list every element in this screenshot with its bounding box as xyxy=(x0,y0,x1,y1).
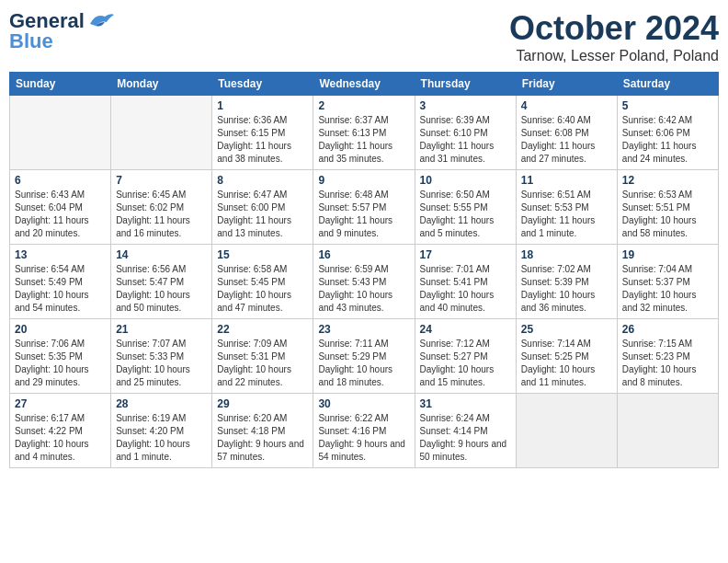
day-number: 7 xyxy=(116,174,207,187)
calendar-cell: 2Sunrise: 6:37 AM Sunset: 6:13 PM Daylig… xyxy=(313,96,415,170)
calendar-cell: 4Sunrise: 6:40 AM Sunset: 6:08 PM Daylig… xyxy=(516,96,617,170)
day-number: 30 xyxy=(318,397,409,410)
day-number: 20 xyxy=(15,323,106,336)
calendar-cell: 15Sunrise: 6:58 AM Sunset: 5:45 PM Dayli… xyxy=(212,245,313,319)
title-section: October 2024 Tarnow, Lesser Poland, Pola… xyxy=(509,9,719,64)
calendar-cell: 10Sunrise: 6:50 AM Sunset: 5:55 PM Dayli… xyxy=(415,170,516,245)
day-number: 31 xyxy=(420,397,511,410)
day-info: Sunrise: 6:24 AM Sunset: 4:14 PM Dayligh… xyxy=(420,412,511,464)
calendar-header-friday: Friday xyxy=(516,73,617,96)
calendar-cell: 5Sunrise: 6:42 AM Sunset: 6:06 PM Daylig… xyxy=(617,96,718,170)
day-number: 23 xyxy=(318,323,409,336)
calendar-header-sunday: Sunday xyxy=(10,73,111,96)
calendar-cell xyxy=(617,394,718,468)
calendar-cell: 14Sunrise: 6:56 AM Sunset: 5:47 PM Dayli… xyxy=(111,245,212,319)
day-number: 27 xyxy=(15,397,106,410)
day-number: 9 xyxy=(318,174,409,187)
day-number: 1 xyxy=(217,99,308,112)
day-number: 4 xyxy=(521,99,612,112)
calendar-week-1: 1Sunrise: 6:36 AM Sunset: 6:15 PM Daylig… xyxy=(10,96,719,170)
calendar-table: SundayMondayTuesdayWednesdayThursdayFrid… xyxy=(9,72,719,468)
calendar-cell: 26Sunrise: 7:15 AM Sunset: 5:23 PM Dayli… xyxy=(617,319,718,394)
day-info: Sunrise: 6:19 AM Sunset: 4:20 PM Dayligh… xyxy=(116,412,207,464)
calendar-cell: 6Sunrise: 6:43 AM Sunset: 6:04 PM Daylig… xyxy=(10,170,111,245)
day-number: 25 xyxy=(521,323,612,336)
day-number: 13 xyxy=(15,248,106,261)
logo: General Blue xyxy=(9,9,116,53)
day-number: 26 xyxy=(622,323,713,336)
logo-bird-icon xyxy=(86,11,116,31)
day-number: 3 xyxy=(420,99,511,112)
day-number: 10 xyxy=(420,174,511,187)
day-info: Sunrise: 7:04 AM Sunset: 5:37 PM Dayligh… xyxy=(622,263,713,315)
day-number: 6 xyxy=(15,174,106,187)
calendar-cell: 8Sunrise: 6:47 AM Sunset: 6:00 PM Daylig… xyxy=(212,170,313,245)
day-info: Sunrise: 6:51 AM Sunset: 5:53 PM Dayligh… xyxy=(521,189,612,240)
day-number: 2 xyxy=(318,99,409,112)
day-number: 29 xyxy=(217,397,308,410)
calendar-cell: 13Sunrise: 6:54 AM Sunset: 5:49 PM Dayli… xyxy=(10,245,111,319)
calendar-cell: 11Sunrise: 6:51 AM Sunset: 5:53 PM Dayli… xyxy=(516,170,617,245)
day-number: 18 xyxy=(521,248,612,261)
location: Tarnow, Lesser Poland, Poland xyxy=(509,48,719,64)
calendar-cell: 24Sunrise: 7:12 AM Sunset: 5:27 PM Dayli… xyxy=(415,319,516,394)
day-info: Sunrise: 7:07 AM Sunset: 5:33 PM Dayligh… xyxy=(116,338,207,389)
calendar-cell: 27Sunrise: 6:17 AM Sunset: 4:22 PM Dayli… xyxy=(10,394,111,468)
day-number: 15 xyxy=(217,248,308,261)
day-number: 21 xyxy=(116,323,207,336)
day-info: Sunrise: 6:42 AM Sunset: 6:06 PM Dayligh… xyxy=(622,114,713,166)
day-info: Sunrise: 6:37 AM Sunset: 6:13 PM Dayligh… xyxy=(318,114,409,166)
day-info: Sunrise: 6:54 AM Sunset: 5:49 PM Dayligh… xyxy=(15,263,106,315)
day-number: 17 xyxy=(420,248,511,261)
day-info: Sunrise: 7:12 AM Sunset: 5:27 PM Dayligh… xyxy=(420,338,511,389)
calendar-cell: 23Sunrise: 7:11 AM Sunset: 5:29 PM Dayli… xyxy=(313,319,415,394)
calendar-cell: 20Sunrise: 7:06 AM Sunset: 5:35 PM Dayli… xyxy=(10,319,111,394)
calendar-cell: 22Sunrise: 7:09 AM Sunset: 5:31 PM Dayli… xyxy=(212,319,313,394)
calendar-header-wednesday: Wednesday xyxy=(313,73,415,96)
calendar-cell: 12Sunrise: 6:53 AM Sunset: 5:51 PM Dayli… xyxy=(617,170,718,245)
calendar-header-row: SundayMondayTuesdayWednesdayThursdayFrid… xyxy=(10,73,719,96)
calendar-week-2: 6Sunrise: 6:43 AM Sunset: 6:04 PM Daylig… xyxy=(10,170,719,245)
calendar-header-thursday: Thursday xyxy=(415,73,516,96)
day-number: 12 xyxy=(622,174,713,187)
day-info: Sunrise: 6:59 AM Sunset: 5:43 PM Dayligh… xyxy=(318,263,409,315)
month-title: October 2024 xyxy=(509,9,719,48)
calendar-cell: 25Sunrise: 7:14 AM Sunset: 5:25 PM Dayli… xyxy=(516,319,617,394)
calendar-cell xyxy=(516,394,617,468)
day-info: Sunrise: 6:58 AM Sunset: 5:45 PM Dayligh… xyxy=(217,263,308,315)
day-info: Sunrise: 6:45 AM Sunset: 6:02 PM Dayligh… xyxy=(116,189,207,240)
day-info: Sunrise: 6:48 AM Sunset: 5:57 PM Dayligh… xyxy=(318,189,409,240)
day-info: Sunrise: 6:53 AM Sunset: 5:51 PM Dayligh… xyxy=(622,189,713,240)
calendar-cell: 29Sunrise: 6:20 AM Sunset: 4:18 PM Dayli… xyxy=(212,394,313,468)
calendar-cell: 7Sunrise: 6:45 AM Sunset: 6:02 PM Daylig… xyxy=(111,170,212,245)
calendar-cell: 3Sunrise: 6:39 AM Sunset: 6:10 PM Daylig… xyxy=(415,96,516,170)
day-number: 22 xyxy=(217,323,308,336)
calendar-cell: 19Sunrise: 7:04 AM Sunset: 5:37 PM Dayli… xyxy=(617,245,718,319)
calendar-cell: 18Sunrise: 7:02 AM Sunset: 5:39 PM Dayli… xyxy=(516,245,617,319)
day-info: Sunrise: 6:20 AM Sunset: 4:18 PM Dayligh… xyxy=(217,412,308,464)
day-info: Sunrise: 6:56 AM Sunset: 5:47 PM Dayligh… xyxy=(116,263,207,315)
calendar-cell: 1Sunrise: 6:36 AM Sunset: 6:15 PM Daylig… xyxy=(212,96,313,170)
day-number: 14 xyxy=(116,248,207,261)
calendar-cell: 21Sunrise: 7:07 AM Sunset: 5:33 PM Dayli… xyxy=(111,319,212,394)
day-info: Sunrise: 6:40 AM Sunset: 6:08 PM Dayligh… xyxy=(521,114,612,166)
day-info: Sunrise: 6:22 AM Sunset: 4:16 PM Dayligh… xyxy=(318,412,409,464)
calendar-cell: 28Sunrise: 6:19 AM Sunset: 4:20 PM Dayli… xyxy=(111,394,212,468)
day-info: Sunrise: 7:06 AM Sunset: 5:35 PM Dayligh… xyxy=(15,338,106,389)
day-number: 28 xyxy=(116,397,207,410)
day-info: Sunrise: 6:43 AM Sunset: 6:04 PM Dayligh… xyxy=(15,189,106,240)
day-info: Sunrise: 6:39 AM Sunset: 6:10 PM Dayligh… xyxy=(420,114,511,166)
calendar-header-monday: Monday xyxy=(111,73,212,96)
calendar-cell xyxy=(111,96,212,170)
calendar-header-saturday: Saturday xyxy=(617,73,718,96)
calendar-cell xyxy=(10,96,111,170)
day-info: Sunrise: 7:15 AM Sunset: 5:23 PM Dayligh… xyxy=(622,338,713,389)
calendar-cell: 16Sunrise: 6:59 AM Sunset: 5:43 PM Dayli… xyxy=(313,245,415,319)
calendar-header-tuesday: Tuesday xyxy=(212,73,313,96)
day-info: Sunrise: 7:02 AM Sunset: 5:39 PM Dayligh… xyxy=(521,263,612,315)
day-info: Sunrise: 7:01 AM Sunset: 5:41 PM Dayligh… xyxy=(420,263,511,315)
day-number: 19 xyxy=(622,248,713,261)
day-number: 8 xyxy=(217,174,308,187)
calendar-cell: 30Sunrise: 6:22 AM Sunset: 4:16 PM Dayli… xyxy=(313,394,415,468)
day-info: Sunrise: 7:14 AM Sunset: 5:25 PM Dayligh… xyxy=(521,338,612,389)
